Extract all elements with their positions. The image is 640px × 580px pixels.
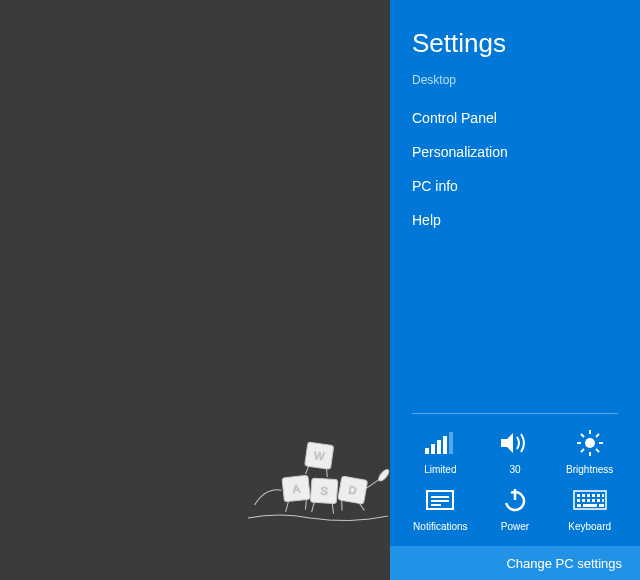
svg-point-14: [585, 438, 595, 448]
network-label: Limited: [424, 464, 456, 475]
svg-rect-33: [592, 494, 595, 497]
settings-header: Settings Desktop: [390, 0, 640, 91]
signal-bars-icon: [420, 428, 460, 458]
link-control-panel[interactable]: Control Panel: [412, 101, 618, 135]
notifications-label: Notifications: [413, 521, 467, 532]
notifications-icon: [420, 485, 460, 515]
svg-rect-30: [577, 494, 580, 497]
svg-rect-13: [449, 432, 453, 454]
wallpaper-illustration: W A S D: [240, 440, 390, 535]
link-help[interactable]: Help: [412, 203, 618, 237]
power-tile[interactable]: Power: [479, 481, 552, 532]
settings-title: Settings: [412, 28, 618, 59]
keyboard-tile[interactable]: Keyboard: [553, 481, 626, 532]
svg-rect-37: [582, 499, 585, 502]
volume-label: 30: [509, 464, 520, 475]
svg-rect-9: [425, 448, 429, 454]
svg-rect-34: [597, 494, 600, 497]
power-icon: [495, 485, 535, 515]
change-pc-settings-link[interactable]: Change PC settings: [506, 556, 622, 571]
svg-rect-40: [597, 499, 600, 502]
brightness-label: Brightness: [566, 464, 613, 475]
notifications-tile[interactable]: Notifications: [404, 481, 477, 532]
svg-text:S: S: [320, 485, 328, 497]
svg-point-8: [377, 468, 390, 483]
svg-line-19: [581, 434, 584, 437]
svg-line-21: [581, 449, 584, 452]
desktop-area[interactable]: W A S D: [0, 0, 390, 580]
volume-icon: [495, 428, 535, 458]
quick-settings-grid: Limited 30: [390, 422, 640, 546]
keyboard-icon: [570, 485, 610, 515]
divider: [412, 413, 618, 414]
power-label: Power: [501, 521, 529, 532]
svg-rect-10: [431, 444, 435, 454]
link-pc-info[interactable]: PC info: [412, 169, 618, 203]
settings-link-list: Control Panel Personalization PC info He…: [390, 91, 640, 237]
settings-subtitle: Desktop: [412, 73, 618, 87]
svg-rect-44: [599, 504, 604, 507]
svg-rect-39: [592, 499, 595, 502]
svg-rect-43: [583, 504, 597, 507]
svg-rect-11: [437, 440, 441, 454]
svg-line-22: [596, 434, 599, 437]
svg-rect-36: [577, 499, 580, 502]
svg-rect-41: [602, 499, 604, 502]
svg-rect-12: [443, 436, 447, 454]
volume-tile[interactable]: 30: [479, 424, 552, 475]
brightness-icon: [570, 428, 610, 458]
settings-charm-panel: Settings Desktop Control Panel Personali…: [390, 0, 640, 580]
svg-rect-32: [587, 494, 590, 497]
svg-rect-38: [587, 499, 590, 502]
settings-footer: Change PC settings: [390, 546, 640, 580]
brightness-tile[interactable]: Brightness: [553, 424, 626, 475]
svg-rect-31: [582, 494, 585, 497]
network-tile[interactable]: Limited: [404, 424, 477, 475]
svg-rect-42: [577, 504, 581, 507]
link-personalization[interactable]: Personalization: [412, 135, 618, 169]
svg-line-20: [596, 449, 599, 452]
keyboard-label: Keyboard: [568, 521, 611, 532]
svg-rect-35: [602, 494, 604, 497]
